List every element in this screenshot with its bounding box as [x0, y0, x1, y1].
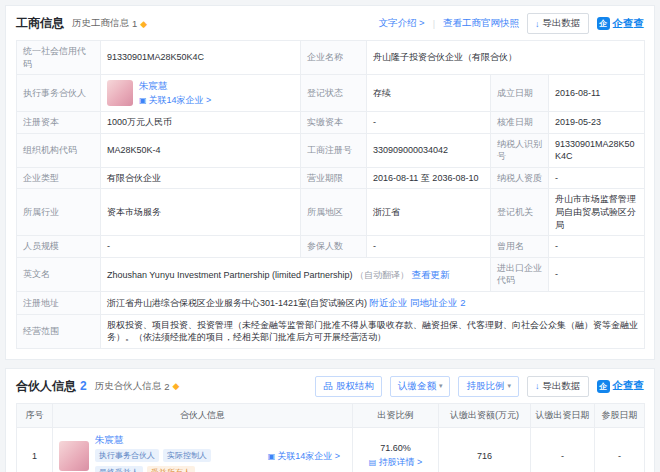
partner-name-link[interactable]: 朱宸慧: [139, 79, 211, 92]
related-companies-icon: ▣: [268, 452, 276, 461]
qichacha-logo-icon: 企: [597, 380, 610, 393]
table-row: 1 朱宸慧 执行事务合伙人 实际控制人 最终受益人 受益所有人: [17, 427, 645, 472]
tag-badge: 受益所有人: [147, 466, 195, 472]
qichacha-logo-icon: 企: [597, 17, 610, 30]
field-label: 所属地区: [301, 189, 367, 236]
executive-partner-cell: 朱宸慧 ▣ 关联14家企业 >: [101, 75, 301, 112]
view-update-link[interactable]: 查看更新: [412, 269, 450, 280]
table-row: 统一社会信用代码 91330901MA28K50K4C 企业名称 舟山隆子投资合…: [17, 41, 645, 75]
partners-header: 合伙人信息 2 历史合伙人信息 2 ◆ 品 股权结构 认缴金额 ▾ 持股比例 ▾…: [6, 369, 654, 403]
history-business-link[interactable]: 历史工商信息 1 ◆: [72, 17, 147, 30]
equity-structure-button[interactable]: 品 股权结构: [315, 376, 382, 397]
field-label: 核准日期: [491, 112, 549, 134]
field-label: 纳税人资质: [491, 167, 549, 189]
business-scope-value: 股权投资、项目投资、投资管理（未经金融等监管部门批准不得从事吸收存款、融资担保、…: [101, 314, 645, 348]
history-partners-label: 历史合伙人信息: [95, 380, 162, 393]
tag-badge: 实际控制人: [163, 449, 211, 462]
ratio-cell: 71.60% ▤ 持股详情 >: [353, 427, 439, 472]
subscribed-amount-label: 认缴金额: [398, 380, 436, 393]
equity-structure-label: 股权结构: [336, 380, 374, 393]
field-label: 企业名称: [301, 41, 367, 75]
english-name-value: Zhoushan Yunyu Investment Partnership (l…: [107, 270, 352, 280]
registered-address-value: 浙江省舟山港综合保税区企业服务中心301-1421室(自贸试验区内): [107, 298, 367, 308]
field-value: 舟山市市场监督管理局自由贸易试验区分局: [549, 189, 645, 236]
subscribed-amount-value: 716: [439, 427, 531, 472]
table-row: 组织机构代码 MA28K50K-4 工商注册号 330909000034042 …: [17, 133, 645, 167]
field-label: 注册资本: [17, 112, 101, 134]
field-label: 企业类型: [17, 167, 101, 189]
export-data-label: 导出数据: [543, 380, 581, 393]
qichacha-logo-text: 企查查: [613, 17, 645, 31]
row-index: 1: [17, 427, 53, 472]
field-label: 组织机构代码: [17, 133, 101, 167]
field-label: 登记机关: [491, 189, 549, 236]
business-info-card: 工商信息 历史工商信息 1 ◆ 文字介绍 > | 查看工商官网快照 ↓ 导出数据…: [5, 5, 655, 360]
table-row: 人员规模 - 参保人数 - 曾用名 -: [17, 236, 645, 258]
field-value: 2016-08-11: [549, 75, 645, 112]
field-label: 人员规模: [17, 236, 101, 258]
business-info-table: 统一社会信用代码 91330901MA28K50K4C 企业名称 舟山隆子投资合…: [16, 40, 645, 349]
header-divider: |: [433, 19, 435, 29]
field-label: 参保人数: [301, 236, 367, 258]
field-label: 执行事务合伙人: [17, 75, 101, 112]
history-partners-link[interactable]: 历史合伙人信息 2 ◆: [95, 380, 180, 393]
holding-detail-link[interactable]: ▤ 持股详情 >: [369, 456, 422, 469]
qichacha-logo: 企 企查查: [597, 17, 645, 31]
related-companies-label: 关联14家企业 >: [277, 450, 340, 463]
table-row: 企业类型 有限合伙企业 营业期限 2016-08-11 至 2036-08-10…: [17, 167, 645, 189]
subscribed-amount-button[interactable]: 认缴金额 ▾: [390, 376, 451, 397]
field-label: 纳税人识别号: [491, 133, 549, 167]
text-intro-link[interactable]: 文字介绍 >: [378, 17, 424, 30]
download-icon: ↓: [535, 19, 540, 29]
table-row: 经营范围 股权投资、项目投资、投资管理（未经金融等监管部门批准不得从事吸收存款、…: [17, 314, 645, 348]
field-value: 2019-05-23: [549, 112, 645, 134]
column-header: 参股日期: [595, 403, 645, 427]
holding-detail-icon: ▤: [369, 458, 377, 467]
field-value: MA28K50K-4: [101, 133, 301, 167]
partner-name-link[interactable]: 朱宸慧: [95, 434, 262, 447]
partners-card: 合伙人信息 2 历史合伙人信息 2 ◆ 品 股权结构 认缴金额 ▾ 持股比例 ▾…: [5, 368, 655, 472]
partner-avatar[interactable]: [59, 441, 89, 471]
column-header: 出资比例: [353, 403, 439, 427]
related-companies-label: 关联14家企业 >: [149, 94, 212, 107]
field-label: 营业期限: [301, 167, 367, 189]
field-label: 登记状态: [301, 75, 367, 112]
table-row: 注册地址 浙江省舟山港综合保税区企业服务中心301-1421室(自贸试验区内) …: [17, 292, 645, 315]
field-value: -: [549, 167, 645, 189]
related-companies-link[interactable]: ▣ 关联14家企业 >: [139, 94, 211, 107]
english-name-cell: Zhoushan Yunyu Investment Partnership (l…: [101, 257, 491, 291]
ratio-value: 71.60%: [359, 443, 432, 453]
related-companies-link[interactable]: ▣ 关联14家企业 >: [268, 450, 340, 463]
field-value: 资本市场服务: [101, 189, 301, 236]
same-address-companies-link[interactable]: 同地址企业 2: [410, 297, 465, 308]
field-label: 经营范围: [17, 314, 101, 348]
column-header: 认缴出资额(万元): [439, 403, 531, 427]
field-value: -: [101, 236, 301, 258]
export-data-button[interactable]: ↓ 导出数据: [527, 13, 589, 34]
field-value: -: [367, 112, 491, 134]
table-row: 所属行业 资本市场服务 所属地区 浙江省 登记机关 舟山市市场监督管理局自由贸易…: [17, 189, 645, 236]
snapshot-link[interactable]: 查看工商官网快照: [443, 17, 519, 30]
registered-address-cell: 浙江省舟山港综合保税区企业服务中心301-1421室(自贸试验区内) 附近企业 …: [101, 292, 645, 315]
table-header-row: 序号 合伙人信息 出资比例 认缴出资额(万元) 认缴出资日期 参股日期: [17, 403, 645, 427]
field-value: 2016-08-11 至 2036-08-10: [367, 167, 491, 189]
registration-status-value: 存续: [367, 75, 491, 112]
table-row: 执行事务合伙人 朱宸慧 ▣ 关联14家企业 > 登记状态 存续 成立日期 201…: [17, 75, 645, 112]
field-label: 统一社会信用代码: [17, 41, 101, 75]
tag-badge: 最终受益人: [95, 466, 143, 472]
history-business-label: 历史工商信息: [72, 17, 129, 30]
tag-badge: 执行事务合伙人: [95, 449, 159, 462]
org-chart-icon: 品: [323, 380, 333, 393]
field-value: -: [549, 257, 645, 291]
nearby-companies-link[interactable]: 附近企业: [370, 297, 408, 308]
export-data-button[interactable]: ↓ 导出数据: [527, 376, 589, 397]
field-label: 所属行业: [17, 189, 101, 236]
field-value: -: [549, 236, 645, 258]
export-data-label: 导出数据: [543, 17, 581, 30]
share-ratio-button[interactable]: 持股比例 ▾: [458, 376, 519, 397]
join-date-value: -: [595, 427, 645, 472]
field-value: 330909000034042: [367, 133, 491, 167]
field-label: 英文名: [17, 257, 101, 291]
field-value: 有限合伙企业: [101, 167, 301, 189]
partner-avatar[interactable]: [107, 80, 133, 106]
